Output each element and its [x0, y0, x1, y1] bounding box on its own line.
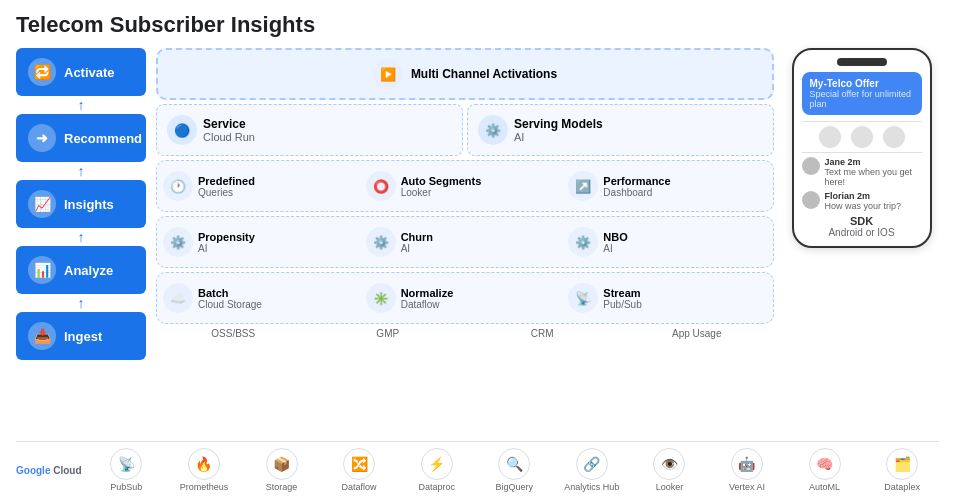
row-activate: ▶️ Multi Channel Activations [156, 48, 774, 100]
bottom-icon-dataflow[interactable]: 🔀 Dataflow [322, 448, 396, 492]
auto-segments-sublabel: Looker [401, 187, 482, 198]
offer-title: My-Telco Offer [810, 78, 914, 89]
dataplex-icon: 🗂️ [886, 448, 918, 480]
vertex-ai-label: Vertex AI [729, 482, 765, 492]
prometheus-icon: 🔥 [188, 448, 220, 480]
activate-button[interactable]: 🔁 Activate [16, 48, 146, 96]
bottom-icon-dataproc[interactable]: ⚡ Dataproc [400, 448, 474, 492]
nbo-icon: ⚙️ [568, 227, 598, 257]
phone-circles [802, 126, 922, 148]
bottom-icons: 📡 PubSub 🔥 Prometheus 📦 Storage 🔀 Datafl… [90, 448, 939, 492]
normalize-label: Normalize [401, 287, 454, 299]
looker-label: Looker [656, 482, 684, 492]
row-ingest: ☁️ Batch Cloud Storage ✳️ Normalize Data… [156, 272, 774, 324]
pubsub-icon: 📡 [110, 448, 142, 480]
bottom-icon-bigquery[interactable]: 🔍 BigQuery [477, 448, 551, 492]
left-sidebar: 🔁 Activate ↑ ➜ Recommend ↑ 📈 Insights ↑ … [16, 48, 146, 437]
stream-box: 📡 Stream Pub/Sub [568, 283, 767, 313]
page-title: Telecom Subscriber Insights [16, 12, 939, 38]
activate-label: Activate [64, 65, 115, 80]
source-label-ossbss: OSS/BSS [156, 328, 311, 344]
multi-channel-icon: ▶️ [373, 59, 403, 89]
multi-channel-box: ▶️ Multi Channel Activations [156, 48, 774, 100]
bottom-icon-looker[interactable]: 👁️ Looker [633, 448, 707, 492]
prometheus-label: Prometheus [180, 482, 229, 492]
bottom-icon-prometheus[interactable]: 🔥 Prometheus [167, 448, 241, 492]
phone-msg-text-1: Jane 2m Text me when you get here! [825, 157, 922, 187]
ingest-row-container: ☁️ Batch Cloud Storage ✳️ Normalize Data… [156, 272, 774, 324]
msg-name-2: Florian 2m [825, 191, 902, 201]
offer-sub: Special offer for unlimited plan [810, 89, 914, 109]
nbo-label: NBO [603, 231, 627, 243]
analytics-hub-label: Analytics Hub [564, 482, 619, 492]
service-label: Service [203, 117, 255, 131]
phone-divider-1 [802, 121, 922, 122]
bottom-icon-automl[interactable]: 🧠 AutoML [788, 448, 862, 492]
analyze-label: Analyze [64, 263, 113, 278]
performance-icon: ↗️ [568, 171, 598, 201]
batch-box: ☁️ Batch Cloud Storage [163, 283, 362, 313]
msg-body-1: Text me when you get here! [825, 167, 922, 187]
arrow-up-4: ↑ [16, 298, 146, 308]
insights-button[interactable]: 📈 Insights [16, 180, 146, 228]
ingest-icon: 📥 [28, 322, 56, 350]
insights-icon: 📈 [28, 190, 56, 218]
row-analyze: ⚙️ Propensity AI ⚙️ Churn AI [156, 216, 774, 268]
predefined-label: Predefined [198, 175, 255, 187]
batch-sublabel: Cloud Storage [198, 299, 262, 310]
source-label-appusage: App Usage [620, 328, 775, 344]
phone-msg-1: Jane 2m Text me when you get here! [802, 157, 922, 187]
dataproc-icon: ⚡ [421, 448, 453, 480]
phone-os-label: Android or IOS [802, 227, 922, 238]
stream-sublabel: Pub/Sub [603, 299, 641, 310]
performance-label: Performance [603, 175, 670, 187]
serving-models-icon: ⚙️ [478, 115, 508, 145]
phone-avatar-1 [802, 157, 820, 175]
churn-box: ⚙️ Churn AI [366, 227, 565, 257]
service-box: 🔵 Service Cloud Run [156, 104, 463, 156]
analyze-button[interactable]: 📊 Analyze [16, 246, 146, 294]
dataflow-icon: 🔀 [343, 448, 375, 480]
predefined-box: 🕐 Predefined Queries [163, 171, 362, 201]
insights-label: Insights [64, 197, 114, 212]
service-sublabel: Cloud Run [203, 131, 255, 143]
ingest-button[interactable]: 📥 Ingest [16, 312, 146, 360]
predefined-icon: 🕐 [163, 171, 193, 201]
auto-segments-label: Auto Segments [401, 175, 482, 187]
serving-models-box: ⚙️ Serving Models AI [467, 104, 774, 156]
predefined-sublabel: Queries [198, 187, 255, 198]
serving-models-text: Serving Models AI [514, 117, 603, 143]
arrow-up-3: ↑ [16, 232, 146, 242]
msg-body-2: How was your trip? [825, 201, 902, 211]
recommend-button[interactable]: ➜ Recommend [16, 114, 146, 162]
phone-sdk-label: SDK [802, 215, 922, 227]
multi-channel-label: Multi Channel Activations [411, 67, 557, 81]
source-label-crm: CRM [465, 328, 620, 344]
normalize-box: ✳️ Normalize Dataflow [366, 283, 565, 313]
google-cloud-logo: Google Cloud [16, 465, 82, 476]
serving-models-sublabel: AI [514, 131, 603, 143]
arrow-up-2: ↑ [16, 166, 146, 176]
churn-sublabel: AI [401, 243, 433, 254]
row-insights: 🕐 Predefined Queries ⭕ Auto Segments Loo… [156, 160, 774, 212]
phone-circle-1 [819, 126, 841, 148]
batch-label: Batch [198, 287, 262, 299]
analyze-row-container: ⚙️ Propensity AI ⚙️ Churn AI [156, 216, 774, 268]
phone-msg-2: Florian 2m How was your trip? [802, 191, 922, 211]
looker-icon: 👁️ [653, 448, 685, 480]
phone-divider-2 [802, 152, 922, 153]
normalize-icon: ✳️ [366, 283, 396, 313]
bottom-icon-dataplex[interactable]: 🗂️ Dataplex [865, 448, 939, 492]
bigquery-label: BigQuery [495, 482, 533, 492]
serving-models-label: Serving Models [514, 117, 603, 131]
recommend-icon: ➜ [28, 124, 56, 152]
bottom-row: Google Cloud 📡 PubSub 🔥 Prometheus 📦 Sto… [16, 441, 939, 492]
phone-offer-card: My-Telco Offer Special offer for unlimit… [802, 72, 922, 115]
bottom-icon-pubsub[interactable]: 📡 PubSub [90, 448, 164, 492]
msg-name-1: Jane 2m [825, 157, 922, 167]
service-icon: 🔵 [167, 115, 197, 145]
bottom-icon-analytics-hub[interactable]: 🔗 Analytics Hub [555, 448, 629, 492]
bottom-icon-vertex-ai[interactable]: 🤖 Vertex AI [710, 448, 784, 492]
bottom-icon-storage[interactable]: 📦 Storage [245, 448, 319, 492]
performance-box: ↗️ Performance Dashboard [568, 171, 767, 201]
